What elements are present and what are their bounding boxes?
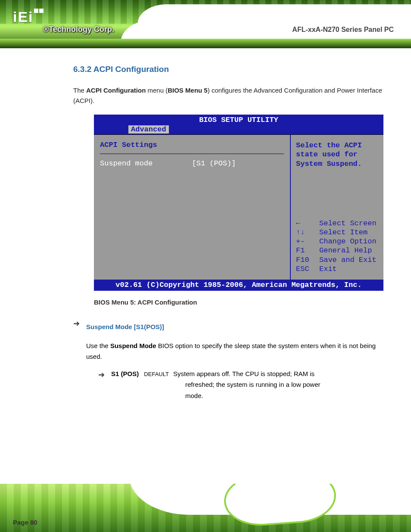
bios-key-row: ESCExit <box>296 264 378 274</box>
option-value-row: ➔ S1 (POS) DEFAULT System appears off. T… <box>98 368 385 401</box>
option-block: ➔ Suspend Mode [S1(POS)] Use the Suspend… <box>73 319 385 404</box>
option-desc-line: refreshed; the system is running in a lo… <box>185 381 320 388</box>
arrow-icon: ➔ <box>98 368 106 401</box>
bios-setting-label: Suspend mode <box>100 159 192 168</box>
bios-help-text: Select the ACPI state used for System Su… <box>296 141 378 168</box>
logo-tagline: ®Technology Corp. <box>43 25 114 34</box>
bios-screenshot: BIOS SETUP UTILITY Advanced ACPI Setting… <box>94 115 383 291</box>
option-value-label: S1 (POS) <box>111 370 139 377</box>
doc-title: AFL-xxA-N270 Series Panel PC <box>292 26 394 34</box>
option-default-tag: DEFAULT <box>144 371 169 377</box>
page-content: 6.3.2 ACPI Configuration The ACPI Config… <box>73 65 385 410</box>
option-desc-line: System appears off. The CPU is stopped; … <box>173 370 314 377</box>
arrow-icon: ➔ <box>73 319 81 404</box>
bios-body: ACPI Settings Suspend mode [S1 (POS)] Se… <box>94 134 383 280</box>
bios-tab-advanced[interactable]: Advanced <box>128 125 169 134</box>
footer-banner <box>0 484 411 532</box>
bios-left-pane: ACPI Settings Suspend mode [S1 (POS)] <box>94 135 291 280</box>
section-heading: 6.3.2 ACPI Configuration <box>73 65 385 74</box>
logo-block: iEi <box>13 9 44 25</box>
bios-key-row: +-Change Option <box>296 237 378 246</box>
bios-footer: v02.61 (C)Copyright 1985-2006, American … <box>94 280 383 291</box>
bios-setting-row[interactable]: Suspend mode [S1 (POS)] <box>100 159 284 168</box>
bios-panel-title: ACPI Settings <box>100 141 284 154</box>
bios-right-pane: Select the ACPI state used for System Su… <box>291 135 383 280</box>
bios-key-row: F1General Help <box>296 246 378 255</box>
option-desc-line: mode. <box>185 392 203 399</box>
bios-key-row: ↑↓Select Item <box>296 228 378 237</box>
bios-tab-row: Advanced <box>94 125 383 134</box>
bios-key-row: F10Save and Exit <box>296 255 378 264</box>
logo-text: iEi <box>13 9 44 25</box>
bios-key-row: ←Select Screen <box>296 219 378 228</box>
bios-utility-title: BIOS SETUP UTILITY <box>94 115 383 125</box>
option-intro: Use the Suspend Mode BIOS option to spec… <box>86 340 385 362</box>
option-heading: Suspend Mode [S1(POS)] <box>86 321 385 333</box>
footer-swoosh-oval <box>222 484 338 528</box>
bios-setting-value: [S1 (POS)] <box>192 159 284 168</box>
header-banner: iEi ®Technology Corp. AFL-xxA-N270 Serie… <box>0 0 411 48</box>
figure-caption: BIOS Menu 5: ACPI Configuration <box>94 299 385 306</box>
option-text: Suspend Mode [S1(POS)] Use the Suspend M… <box>86 319 385 404</box>
page-number: Page 80 <box>13 519 37 526</box>
intro-paragraph: The ACPI Configuration menu (BIOS Menu 5… <box>73 85 385 106</box>
option-value-text: S1 (POS) DEFAULT System appears off. The… <box>111 368 320 401</box>
bios-key-legend: ←Select Screen ↑↓Select Item +-Change Op… <box>296 219 378 274</box>
